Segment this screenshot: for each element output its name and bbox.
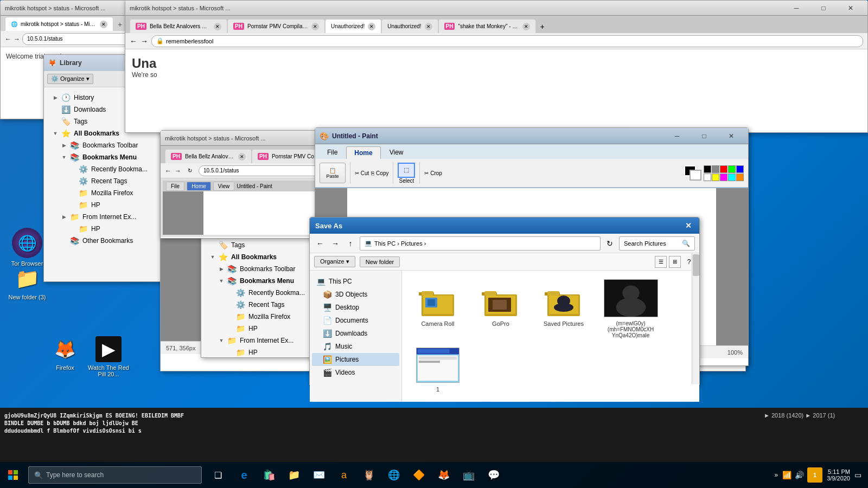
- view-list-btn[interactable]: ☰: [655, 256, 667, 268]
- tab-bella-close[interactable]: ✕: [214, 23, 221, 30]
- firefox-icon[interactable]: 🦊 Firefox: [43, 336, 87, 371]
- tree-hp-1[interactable]: 📁 HP: [66, 199, 169, 211]
- tv-app[interactable]: 📺: [457, 463, 481, 487]
- task-view-button[interactable]: ❏: [206, 463, 230, 487]
- paint-2-maximize[interactable]: □: [692, 127, 717, 145]
- tree-other-bookmarks-1[interactable]: 📚 Other Bookmarks: [57, 235, 169, 247]
- select-btn-2[interactable]: ⬚ Select: [398, 163, 415, 184]
- new-folder-btn[interactable]: New folder: [360, 256, 400, 267]
- new-folder-3-icon[interactable]: 📁 New folder (3): [5, 266, 49, 300]
- forward-button[interactable]: →: [14, 35, 20, 43]
- paste-btn-2[interactable]: 📋 Paste: [320, 163, 346, 183]
- dialog-up-btn[interactable]: ↑: [344, 237, 356, 249]
- tab-shake[interactable]: PH "shake that Monkey" - Be... ✕: [438, 19, 536, 33]
- mc-white[interactable]: [704, 174, 711, 181]
- paint-view-tab-2[interactable]: View: [382, 146, 411, 159]
- paint-2-close-btn[interactable]: ✕: [719, 127, 744, 145]
- sidebar-music[interactable]: 🎵 Music: [312, 340, 399, 353]
- file-gopro[interactable]: GoPro: [474, 279, 528, 339]
- browser-min-btn[interactable]: ─: [784, 0, 809, 17]
- file-image-1[interactable]: (m=ewlG0y)(mh=FMNOM0cXHYnQa42O)male: [599, 279, 662, 339]
- vlc-taskbar-app[interactable]: 🔶: [407, 463, 431, 487]
- paint-file-tab-2[interactable]: File: [320, 146, 345, 159]
- mc-yellow[interactable]: [712, 174, 719, 181]
- paint-2-minimize[interactable]: ─: [665, 127, 690, 145]
- mc-gray[interactable]: [712, 165, 719, 173]
- tree-bookmarks-toolbar-1[interactable]: ▶ 📚 Bookmarks Toolbar: [57, 139, 169, 151]
- crop-btn-2[interactable]: ✂ Crop: [424, 170, 442, 176]
- organize-btn[interactable]: Organize ▾: [314, 256, 355, 267]
- tree-recently-bookmarked-1[interactable]: ⚙️ Recently Bookma...: [66, 163, 169, 175]
- cut-btn-2[interactable]: ✂ Cut: [355, 170, 369, 176]
- tab-bella[interactable]: PH Bella Bellz Analovers Ana... ✕: [130, 19, 227, 33]
- copy-btn-2[interactable]: ⎘ Copy: [371, 170, 388, 176]
- save-as-search[interactable]: Search Pictures 🔍: [619, 236, 695, 251]
- show-desktop-button[interactable]: ▭: [854, 471, 861, 479]
- paint-2-file-tab[interactable]: File: [166, 182, 184, 191]
- browser-max-btn[interactable]: □: [811, 0, 836, 17]
- sidebar-this-pc[interactable]: 💻 This PC: [312, 275, 399, 288]
- tab-unauthorized-1-close[interactable]: ✕: [368, 23, 375, 30]
- paint-home-tab-2[interactable]: Home: [346, 146, 380, 159]
- watch-red-pill-icon[interactable]: ▶ Watch The Red Pill 20...: [87, 336, 130, 377]
- more-icon[interactable]: »: [774, 471, 778, 479]
- tab-shake-close[interactable]: ✕: [522, 23, 530, 30]
- paint-2-home-tab[interactable]: Home: [187, 182, 211, 191]
- mc-magenta[interactable]: [720, 174, 727, 181]
- tree-from-internet-exp-1[interactable]: ▶ 📁 From Internet Ex...: [57, 211, 169, 223]
- tree-hp-2[interactable]: 📁 HP: [66, 223, 169, 235]
- mc-red[interactable]: [720, 165, 727, 173]
- taskbar-search[interactable]: 🔍 Type here to search: [28, 466, 202, 484]
- tor-browser-icon[interactable]: 🌐 Tor Browser: [5, 228, 49, 267]
- browser-main-address[interactable]: 🔒 rememberlessfool: [151, 35, 863, 47]
- browser-forward-btn[interactable]: →: [141, 37, 148, 46]
- browser-new-tab-btn[interactable]: +: [536, 20, 549, 33]
- dialog-back-btn[interactable]: ←: [314, 237, 326, 249]
- sidebar-downloads[interactable]: ⬇️ Downloads: [312, 327, 399, 340]
- edge-app[interactable]: e: [232, 463, 256, 487]
- paint-controls-2[interactable]: ─ □ ✕: [665, 127, 744, 145]
- browser-tab-mikrotik[interactable]: 🌐 mikrotik hotspot > status - Microsoft …: [5, 17, 113, 31]
- sidebar-documents[interactable]: 📄 Documents: [312, 314, 399, 327]
- paint-2-view-tab[interactable]: View: [213, 182, 235, 191]
- dialog-forward-btn[interactable]: →: [329, 237, 341, 249]
- dialog-close-button[interactable]: ✕: [683, 220, 694, 231]
- mail-app[interactable]: ✉️: [307, 463, 331, 487]
- dialog-scrollbar[interactable]: [692, 271, 699, 384]
- tab-unauthorized-2-close[interactable]: ✕: [425, 23, 432, 30]
- tab-close-button[interactable]: ✕: [100, 21, 107, 28]
- tree-mozilla-firefox-1[interactable]: 📁 Mozilla Firefox: [66, 187, 169, 199]
- b2-tab-bella[interactable]: PH Bella Bellz Analovers Ana... ✕: [165, 149, 252, 163]
- organize-button-1[interactable]: ⚙️ Organize ▾: [47, 74, 93, 84]
- mc-orange[interactable]: [736, 174, 744, 181]
- mc-black[interactable]: [704, 165, 711, 173]
- store-app[interactable]: 🛍️: [257, 463, 281, 487]
- tor-taskbar-app[interactable]: 🌐: [382, 463, 406, 487]
- notification-badge[interactable]: 1: [807, 467, 822, 483]
- firefox-taskbar-app[interactable]: 🦊: [432, 463, 456, 487]
- browser-main-controls[interactable]: ─ □ ✕: [784, 0, 863, 17]
- b2-back-btn[interactable]: ←: [165, 167, 171, 175]
- back-button[interactable]: ←: [5, 35, 11, 43]
- view-grid-btn[interactable]: ⊞: [669, 256, 681, 268]
- start-button[interactable]: [0, 462, 26, 488]
- b2-forward-btn[interactable]: →: [175, 167, 181, 175]
- tripadvisor-app[interactable]: 🦉: [357, 463, 381, 487]
- tab-unauthorized-2[interactable]: Unauthorized! ✕: [381, 19, 438, 33]
- sidebar-videos[interactable]: 🎬 Videos: [312, 366, 399, 379]
- tab-unauthorized-1[interactable]: Unauthorized! ✕: [325, 19, 381, 33]
- mc-cyan[interactable]: [728, 174, 736, 181]
- sidebar-3d-objects[interactable]: 📦 3D Objects: [312, 288, 399, 301]
- file-screenshot-1[interactable]: 1: [411, 348, 465, 393]
- tree-recent-tags-1[interactable]: ⚙️ Recent Tags: [66, 175, 169, 187]
- dialog-refresh-btn[interactable]: ↻: [604, 237, 616, 249]
- mc-blue[interactable]: [736, 165, 744, 173]
- file-saved-pictures[interactable]: Saved Pictures: [537, 279, 591, 339]
- skype-taskbar-app[interactable]: 💬: [482, 463, 506, 487]
- b2-refresh-btn[interactable]: ↻: [184, 165, 195, 176]
- tree-bookmarks-menu-1[interactable]: ▼ 📚 Bookmarks Menu: [57, 151, 169, 163]
- b2-tab-bella-close[interactable]: ✕: [238, 153, 246, 160]
- browser-close-btn[interactable]: ✕: [838, 0, 863, 17]
- tab-pornstar-close[interactable]: ✕: [311, 23, 319, 30]
- explorer-app[interactable]: 📁: [282, 463, 306, 487]
